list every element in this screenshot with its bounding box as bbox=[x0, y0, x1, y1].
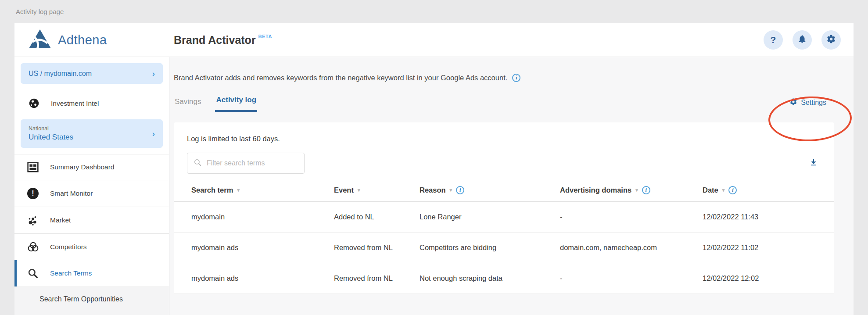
table-row: mydomain ads Removed from NL Competitors… bbox=[174, 233, 834, 263]
page-caption: Activity log page bbox=[16, 8, 64, 15]
venn-icon bbox=[26, 241, 39, 252]
globe-icon bbox=[27, 97, 40, 109]
app-header: Adthena Brand Activator BETA ? bbox=[14, 23, 854, 57]
sort-caret-icon[interactable]: ▾ bbox=[722, 187, 725, 193]
cell-reason: Competitors are bidding bbox=[420, 233, 560, 263]
region-selector-text: National United States bbox=[29, 125, 73, 142]
column-header-reason[interactable]: Reason ▾ i bbox=[420, 186, 560, 194]
column-header-event[interactable]: Event ▾ bbox=[334, 186, 420, 194]
region-kicker: National bbox=[29, 125, 73, 132]
header-main: Brand Activator BETA ? bbox=[169, 30, 854, 50]
brand-logo[interactable]: Adthena bbox=[14, 29, 169, 51]
filter-row bbox=[187, 153, 818, 174]
cell-advertising-domains: - bbox=[560, 263, 703, 294]
help-button[interactable]: ? bbox=[764, 30, 783, 50]
main-content: Brand Activator adds and removes keyword… bbox=[169, 57, 854, 315]
description-text: Brand Activator adds and removes keyword… bbox=[174, 74, 507, 82]
search-icon bbox=[194, 158, 202, 168]
page-title: Brand Activator bbox=[174, 34, 256, 47]
sort-caret-icon[interactable]: ▾ bbox=[635, 187, 638, 193]
table-header-row: Search term ▾ Event ▾ Reason ▾ i bbox=[174, 181, 834, 202]
cell-reason: Lone Ranger bbox=[420, 202, 560, 232]
info-icon[interactable]: i bbox=[512, 74, 520, 82]
tab-savings[interactable]: Savings bbox=[174, 95, 202, 112]
download-button[interactable] bbox=[809, 158, 818, 169]
log-limit-note: Log is limited to last 60 days. bbox=[187, 135, 834, 143]
domain-selector[interactable]: US / mydomain.com › bbox=[21, 63, 163, 84]
sidebar: US / mydomain.com › Investment Intel Nat… bbox=[14, 57, 169, 315]
sidebar-item-label: Competitors bbox=[50, 243, 87, 251]
tabs-row: Savings Activity log Settings bbox=[173, 93, 842, 112]
cell-date: 12/02/2022 11:02 bbox=[703, 233, 834, 263]
download-icon bbox=[809, 158, 818, 169]
settings-link-label: Settings bbox=[801, 99, 826, 107]
brand-name: Adthena bbox=[58, 33, 107, 47]
info-icon[interactable]: i bbox=[728, 186, 737, 194]
sidebar-item-investment-intel[interactable]: Investment Intel bbox=[14, 90, 169, 117]
chevron-right-icon: › bbox=[152, 69, 155, 78]
magnifier-icon bbox=[26, 268, 39, 279]
table-row: mydomain Added to NL Lone Ranger - 12/02… bbox=[174, 202, 834, 233]
gear-icon bbox=[789, 98, 797, 107]
question-mark-icon: ? bbox=[771, 35, 776, 45]
settings-button[interactable] bbox=[821, 30, 841, 50]
sidebar-subitem-search-term-opportunities[interactable]: Search Term Opportunities bbox=[14, 289, 169, 310]
sidebar-item-label: Smart Monitor bbox=[50, 190, 93, 197]
description-row: Brand Activator adds and removes keyword… bbox=[173, 57, 842, 82]
sidebar-item-search-terms[interactable]: Search Terms bbox=[14, 260, 169, 286]
info-icon[interactable]: i bbox=[642, 186, 650, 194]
alert-icon: ! bbox=[26, 188, 39, 199]
sidebar-item-summary-dashboard[interactable]: Summary Dashboard bbox=[14, 154, 169, 180]
gear-icon bbox=[826, 34, 836, 46]
cell-date: 12/02/2022 11:43 bbox=[703, 202, 834, 232]
sidebar-item-market[interactable]: Market bbox=[14, 207, 169, 233]
cell-advertising-domains: domain.com, namecheap.com bbox=[560, 233, 703, 263]
cell-search-term: mydomain ads bbox=[191, 263, 334, 294]
activity-log-card: Log is limited to last 60 days. bbox=[174, 122, 834, 294]
cell-event: Removed from NL bbox=[334, 263, 420, 294]
sort-caret-icon[interactable]: ▾ bbox=[237, 187, 240, 193]
column-header-advertising-domains[interactable]: Advertising domains ▾ i bbox=[560, 186, 703, 194]
table-row: mydomain ads Removed from NL Not enough … bbox=[174, 263, 834, 294]
cell-search-term: mydomain ads bbox=[191, 233, 334, 263]
sidebar-item-competitors[interactable]: Competitors bbox=[14, 233, 169, 260]
filter-search-box bbox=[187, 153, 305, 174]
notifications-button[interactable] bbox=[793, 30, 812, 50]
app-window: Adthena Brand Activator BETA ? bbox=[14, 23, 854, 315]
bell-icon bbox=[797, 34, 807, 46]
info-icon[interactable]: i bbox=[456, 186, 464, 194]
region-selector-label: United States bbox=[29, 133, 73, 142]
cell-event: Removed from NL bbox=[334, 233, 420, 263]
domain-selector-label: US / mydomain.com bbox=[29, 70, 92, 78]
activity-log-table: Search term ▾ Event ▾ Reason ▾ i bbox=[174, 181, 834, 294]
beta-badge: BETA bbox=[258, 34, 273, 39]
cell-event: Added to NL bbox=[334, 202, 420, 232]
column-header-date[interactable]: Date ▾ i bbox=[703, 186, 834, 194]
sidebar-item-smart-monitor[interactable]: ! Smart Monitor bbox=[14, 180, 169, 207]
tab-activity-log[interactable]: Activity log bbox=[215, 93, 257, 112]
cell-advertising-domains: - bbox=[560, 202, 703, 232]
cell-search-term: mydomain bbox=[191, 202, 334, 232]
sidebar-item-label: Investment Intel bbox=[51, 100, 99, 107]
filter-search-input[interactable] bbox=[207, 159, 298, 167]
sort-caret-icon[interactable]: ▾ bbox=[358, 187, 360, 193]
sidebar-subitem-search-term-detail[interactable]: Search Term Detail bbox=[14, 310, 169, 315]
app-body: US / mydomain.com › Investment Intel Nat… bbox=[14, 57, 854, 315]
sidebar-item-label: Search Terms bbox=[50, 269, 92, 277]
dashboard-icon bbox=[26, 162, 39, 172]
adthena-logo-icon bbox=[29, 29, 51, 51]
sidebar-item-label: Market bbox=[50, 216, 71, 224]
cluster-icon bbox=[26, 215, 39, 226]
settings-link[interactable]: Settings bbox=[789, 98, 826, 107]
chevron-right-icon: › bbox=[152, 129, 155, 138]
sidebar-item-label: Summary Dashboard bbox=[50, 163, 114, 171]
region-selector[interactable]: National United States › bbox=[21, 119, 163, 148]
column-header-search-term[interactable]: Search term ▾ bbox=[191, 186, 334, 194]
sidebar-sublist: Search Term Opportunities Search Term De… bbox=[14, 286, 169, 315]
cell-date: 12/02/2022 12:02 bbox=[703, 263, 834, 294]
sort-caret-icon[interactable]: ▾ bbox=[450, 187, 452, 193]
cell-reason: Not enough scraping data bbox=[420, 263, 560, 294]
